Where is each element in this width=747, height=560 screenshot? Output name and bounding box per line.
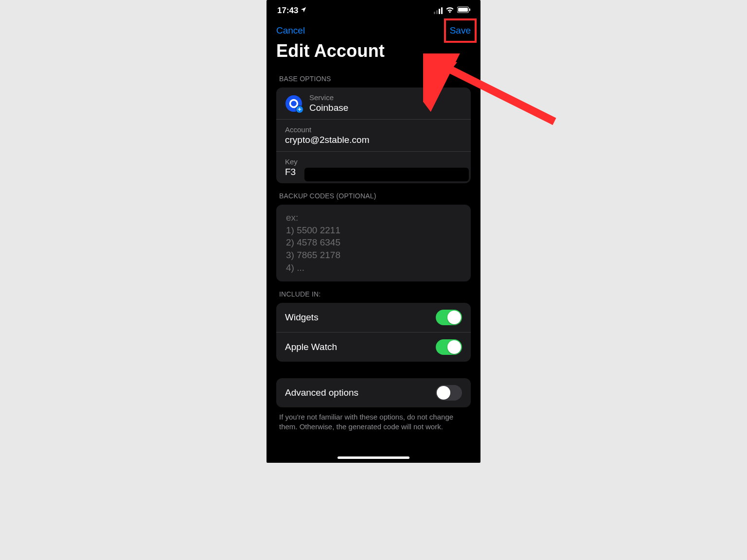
status-time: 17:43 (277, 6, 298, 16)
save-button-highlight: Save (444, 18, 477, 43)
apple-watch-row: Apple Watch (276, 332, 471, 362)
service-icon: + (285, 95, 302, 112)
base-options-card: + Service Coinbase Account crypto@2stabl… (276, 88, 471, 183)
nav-bar: Cancel Save (267, 21, 480, 38)
service-value: Coinbase (309, 103, 462, 113)
backup-codes-placeholder: ex: 1) 5500 2211 2) 4578 6345 3) 7865 21… (286, 211, 461, 274)
home-indicator[interactable] (338, 456, 409, 459)
account-label: Account (285, 125, 462, 134)
include-in-card: Widgets Apple Watch (276, 303, 471, 362)
service-label: Service (309, 93, 462, 102)
wifi-icon (445, 6, 454, 16)
key-label: Key (285, 158, 462, 166)
apple-watch-label: Apple Watch (285, 342, 337, 352)
key-row[interactable]: Key F3 (276, 152, 471, 183)
advanced-card: Advanced options (276, 378, 471, 407)
cancel-button[interactable]: Cancel (276, 25, 305, 36)
advanced-footer-text: If you're not familiar with these option… (267, 407, 480, 432)
advanced-label: Advanced options (285, 387, 358, 398)
section-header-base-options: BASE OPTIONS (267, 66, 480, 86)
widgets-toggle[interactable] (436, 310, 462, 325)
backup-codes-field[interactable]: ex: 1) 5500 2211 2) 4578 6345 3) 7865 21… (276, 205, 471, 281)
location-icon (300, 6, 307, 16)
cellular-signal-icon (434, 7, 443, 14)
apple-watch-toggle[interactable] (436, 339, 462, 355)
battery-icon (457, 6, 471, 16)
key-redaction (304, 168, 469, 181)
section-header-include-in: INCLUDE IN: (267, 281, 480, 301)
phone-screen: 17:43 Cancel Save Edit Account BASE OPTI… (267, 0, 480, 463)
service-row[interactable]: + Service Coinbase (276, 88, 471, 120)
plus-badge-icon: + (296, 105, 303, 113)
widgets-row: Widgets (276, 303, 471, 332)
svg-point-3 (290, 100, 298, 107)
advanced-row: Advanced options (276, 378, 471, 407)
advanced-toggle[interactable] (436, 385, 462, 401)
section-header-backup: BACKUP CODES (OPTIONAL) (267, 183, 480, 203)
widgets-label: Widgets (285, 312, 319, 323)
svg-rect-2 (469, 9, 470, 11)
svg-rect-1 (458, 8, 468, 12)
save-button[interactable]: Save (450, 25, 471, 36)
account-row[interactable]: Account crypto@2stable.com (276, 120, 471, 152)
account-value: crypto@2stable.com (285, 135, 462, 145)
